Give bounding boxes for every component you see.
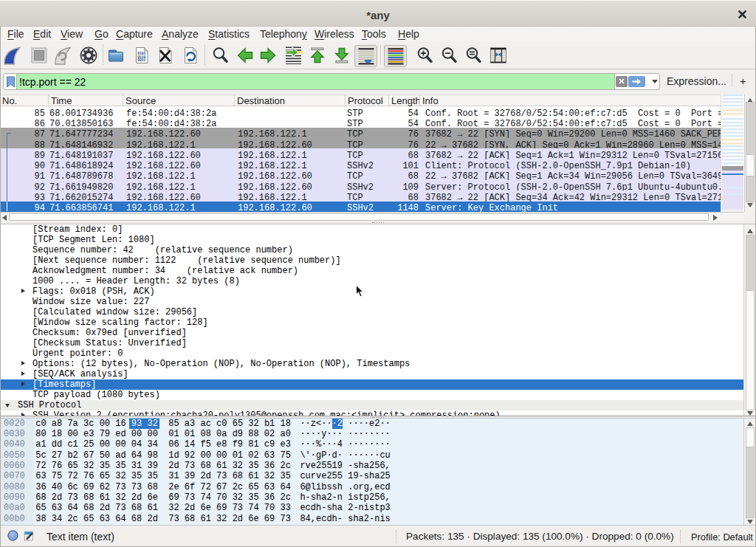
svg-text:0011: 0011 — [137, 58, 145, 62]
